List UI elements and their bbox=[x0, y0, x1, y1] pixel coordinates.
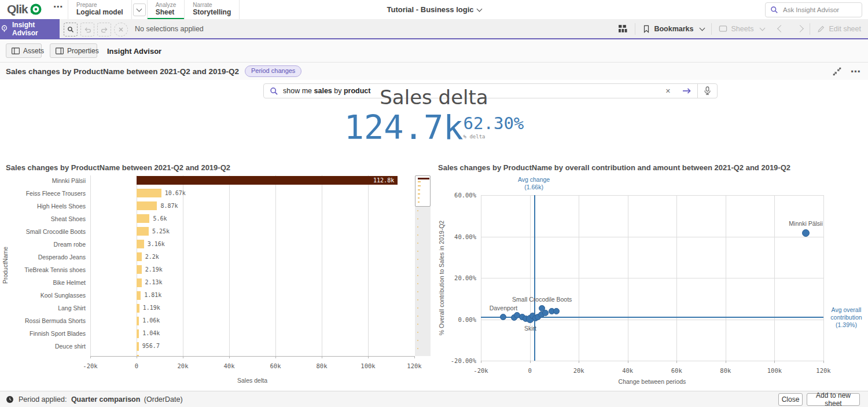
scatter-point[interactable] bbox=[553, 308, 560, 314]
result-title: Sales changes by ProductName between 202… bbox=[6, 67, 239, 76]
scatter-chart: Sales changes by ProductName by overall … bbox=[436, 162, 868, 394]
bar[interactable] bbox=[137, 291, 141, 300]
bar-category-label: Minnki Pälsii bbox=[0, 177, 86, 184]
pencil-icon bbox=[817, 25, 825, 33]
minimap-bar bbox=[418, 185, 421, 186]
bar-category-label: Lang Shirt bbox=[0, 305, 86, 311]
minimap-bar bbox=[418, 201, 420, 203]
bar[interactable] bbox=[137, 304, 139, 313]
toolbar-right-group: Bookmarks Sheets Edit sheet bbox=[611, 19, 868, 38]
bookmark-icon bbox=[642, 25, 650, 33]
bar-tick-mark bbox=[90, 356, 91, 358]
bar-value-label: 3.16k bbox=[148, 241, 165, 247]
global-search-input[interactable] bbox=[782, 6, 848, 14]
period-changes-badge: Period changes bbox=[245, 65, 301, 76]
properties-panel-button[interactable]: Properties bbox=[50, 43, 97, 58]
bar[interactable] bbox=[137, 252, 142, 261]
bar-tick-label: 80k bbox=[317, 362, 328, 369]
insight-advisor-toggle[interactable]: Insight Advisor bbox=[0, 19, 60, 38]
bar[interactable] bbox=[137, 214, 149, 223]
bar[interactable] bbox=[137, 240, 144, 248]
scatter-gridline bbox=[481, 237, 823, 237]
collapse-icon[interactable] bbox=[833, 67, 841, 76]
minimap-bar bbox=[417, 324, 418, 325]
ask-insight-advisor-search[interactable] bbox=[765, 2, 862, 17]
previous-sheet-button[interactable] bbox=[771, 26, 790, 31]
bar-tick-mark bbox=[322, 356, 322, 358]
scatter-x-tick-label: 120k bbox=[816, 367, 830, 374]
close-button[interactable]: Close bbox=[778, 393, 803, 406]
bar[interactable] bbox=[137, 317, 139, 325]
scatter-point[interactable] bbox=[802, 229, 810, 237]
smart-search-selections-icon[interactable] bbox=[64, 23, 78, 36]
kpi-delta-label: % delta bbox=[464, 134, 486, 140]
assets-panel-button[interactable]: Assets bbox=[6, 43, 42, 58]
bar-tick-label: -20k bbox=[83, 362, 97, 369]
edit-sheet-label: Edit sheet bbox=[829, 25, 861, 33]
bar-value-label: 1.06k bbox=[142, 317, 160, 324]
properties-panel-icon bbox=[56, 47, 64, 54]
scatter-plot bbox=[481, 195, 823, 361]
app-title-dropdown[interactable]: Tutorial - Business logic bbox=[0, 0, 868, 19]
bar-category-label: Deuce shirt bbox=[0, 343, 86, 350]
bar-category-label: Finnish Sport Blades bbox=[0, 330, 86, 337]
bar-chart-scroll-minimap[interactable] bbox=[415, 175, 431, 356]
result-more-menu[interactable]: ⋯ bbox=[851, 65, 861, 78]
bar-value-label: 1.04k bbox=[142, 330, 160, 336]
scatter-tick-mark bbox=[481, 361, 481, 363]
bookmarks-label: Bookmarks bbox=[654, 25, 693, 33]
bar[interactable] bbox=[137, 278, 142, 287]
scatter-gridline bbox=[481, 278, 823, 278]
bar[interactable] bbox=[137, 189, 161, 197]
minimap-bar bbox=[417, 348, 418, 349]
avg-change-ref-line bbox=[534, 195, 535, 361]
scatter-x-tick-label: -20k bbox=[473, 367, 488, 374]
bar[interactable] bbox=[137, 265, 142, 274]
scatter-gridline bbox=[823, 195, 824, 361]
minimap-bar bbox=[418, 193, 420, 195]
bar[interactable] bbox=[137, 176, 398, 185]
bar-gridline bbox=[183, 175, 183, 356]
result-panel-header: Sales changes by ProductName between 202… bbox=[0, 63, 868, 80]
bar-value-label: 2.2k bbox=[145, 254, 159, 260]
bar-category-label: Kool Sunglasses bbox=[0, 292, 86, 299]
kpi-value: 124.7k bbox=[344, 111, 464, 144]
scatter-x-tick-label: 0 bbox=[528, 367, 531, 374]
add-to-new-sheet-button[interactable]: Add to new sheet bbox=[807, 393, 860, 406]
bar[interactable] bbox=[137, 329, 139, 338]
next-sheet-button[interactable] bbox=[790, 26, 810, 31]
minimap-bar bbox=[418, 189, 420, 190]
bar[interactable] bbox=[137, 227, 149, 236]
avg-change-ref-label: Avg change (1.66k) bbox=[499, 176, 569, 191]
scatter-y-tick-label: 0.00% bbox=[436, 316, 476, 323]
bookmarks-button[interactable]: Bookmarks bbox=[635, 25, 711, 33]
bar-value-label: 10.67k bbox=[165, 190, 186, 196]
bar-value-label: 1.81k bbox=[144, 292, 161, 298]
clear-selections-icon[interactable] bbox=[114, 23, 128, 36]
insight-advisor-toggle-label: Insight Advisor bbox=[12, 21, 60, 37]
step-back-icon[interactable] bbox=[80, 23, 94, 36]
minimap-viewport[interactable] bbox=[415, 175, 431, 207]
minimap-bar bbox=[417, 259, 418, 260]
kpi-sales-delta[interactable]: Sales delta 124.7k 62.30% % delta bbox=[0, 86, 868, 144]
bar-category-label: Desperado Jeans bbox=[0, 254, 86, 261]
minimap-bar bbox=[417, 316, 418, 317]
bar-value-label: 8.87k bbox=[160, 203, 178, 209]
bar-chart: Sales changes by ProductName between 202… bbox=[0, 162, 435, 391]
properties-panel-label: Properties bbox=[67, 47, 99, 55]
bar-value-label: 2.19k bbox=[145, 266, 163, 273]
bar[interactable] bbox=[137, 342, 139, 351]
scatter-chart-title: Sales changes by ProductName by overall … bbox=[438, 163, 790, 172]
app-objects-grid-icon[interactable] bbox=[611, 24, 635, 34]
sheet-icon bbox=[719, 24, 727, 33]
scatter-point-label: Skirt bbox=[524, 325, 536, 332]
minimap-bar bbox=[417, 332, 418, 333]
scatter-point[interactable] bbox=[542, 310, 549, 316]
bar-chart-plot: 112.8k10.67k8.87k5.6k5.25k3.16k2.2k2.19k… bbox=[90, 175, 414, 357]
step-forward-icon[interactable] bbox=[97, 23, 111, 36]
scatter-y-tick-label: 40.00% bbox=[436, 233, 476, 240]
scatter-x-tick-label: 60k bbox=[671, 367, 682, 374]
sheets-button[interactable]: Sheets bbox=[712, 24, 771, 33]
edit-sheet-button[interactable]: Edit sheet bbox=[810, 25, 868, 33]
bar[interactable] bbox=[137, 201, 157, 210]
